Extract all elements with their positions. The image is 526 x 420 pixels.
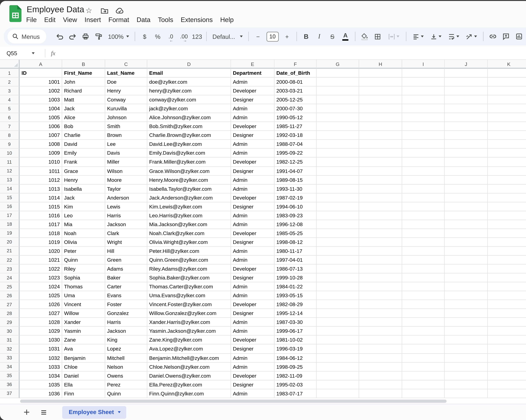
cell-C12[interactable]: Wilson [105, 167, 147, 176]
cell-K1[interactable] [488, 69, 526, 78]
cell-K31[interactable] [488, 336, 526, 345]
redo-button[interactable] [66, 30, 79, 43]
cell-D16[interactable]: Kim.Lewis@zylker.com [147, 202, 231, 211]
cell-J14[interactable] [445, 184, 488, 193]
cell-C21[interactable]: Hill [105, 247, 147, 256]
cell-J5[interactable] [445, 104, 488, 113]
cell-E29[interactable]: Admin [231, 318, 274, 327]
cell-J33[interactable] [445, 353, 488, 362]
row-header-23[interactable]: 23 [0, 264, 20, 273]
row-header-1[interactable]: 1 [0, 69, 20, 78]
cell-J7[interactable] [445, 122, 488, 131]
cell-E1[interactable]: Department [231, 69, 274, 78]
cell-F36[interactable]: 1995-02-03 [274, 380, 316, 389]
cell-I10[interactable] [402, 149, 445, 158]
zoom-control[interactable]: 100% [105, 33, 132, 40]
cell-I4[interactable] [402, 95, 445, 104]
cell-G34[interactable] [316, 362, 359, 371]
cell-F27[interactable]: 1982-08-29 [274, 300, 316, 309]
menu-file[interactable]: File [22, 15, 40, 25]
add-sheet-button[interactable] [20, 406, 33, 419]
cell-A27[interactable]: 1026 [20, 300, 62, 309]
cell-B3[interactable]: Richard [62, 87, 105, 96]
cell-I6[interactable] [402, 113, 445, 122]
cell-F22[interactable]: 1997-04-01 [274, 255, 316, 264]
cell-B8[interactable]: Charlie [62, 131, 105, 140]
cell-I30[interactable] [402, 327, 445, 336]
column-header-F[interactable]: F [274, 60, 316, 69]
cell-B10[interactable]: Emily [62, 149, 105, 158]
column-header-C[interactable]: C [105, 60, 147, 69]
cell-F19[interactable]: 1985-05-25 [274, 229, 316, 238]
cell-E23[interactable]: Developer [231, 264, 274, 273]
cell-H31[interactable] [359, 336, 402, 345]
cell-H30[interactable] [359, 327, 402, 336]
cell-G14[interactable] [316, 184, 359, 193]
cell-A1[interactable]: ID [20, 69, 62, 78]
cell-J18[interactable] [445, 220, 488, 229]
row-header-14[interactable]: 14 [0, 184, 20, 193]
cell-K11[interactable] [488, 158, 526, 167]
cell-E36[interactable]: Designer [231, 380, 274, 389]
cell-D26[interactable]: Uma.Evans@zylker.com [147, 291, 231, 300]
cell-C16[interactable]: Lewis [105, 202, 147, 211]
cell-J15[interactable] [445, 193, 488, 202]
cell-I24[interactable] [402, 273, 445, 282]
cell-A15[interactable]: 1014 [20, 193, 62, 202]
cell-B12[interactable]: Grace [62, 167, 105, 176]
cell-I31[interactable] [402, 336, 445, 345]
cell-F29[interactable]: 1987-03-30 [274, 318, 316, 327]
cell-C37[interactable]: Quinn [105, 389, 147, 398]
cell-A10[interactable]: 1009 [20, 149, 62, 158]
cell-J26[interactable] [445, 291, 488, 300]
cell-A9[interactable]: 1008 [20, 140, 62, 149]
cell-G11[interactable] [316, 158, 359, 167]
cell-G31[interactable] [316, 336, 359, 345]
cell-E9[interactable]: Admin [231, 140, 274, 149]
text-wrap-button[interactable] [445, 30, 462, 43]
row-header-25[interactable]: 25 [0, 282, 20, 291]
cell-H12[interactable] [359, 167, 402, 176]
cell-E8[interactable]: Designer [231, 131, 274, 140]
cell-B37[interactable]: Finn [62, 389, 105, 398]
format-currency-button[interactable]: $ [138, 30, 151, 43]
cell-K7[interactable] [488, 122, 526, 131]
cell-A14[interactable]: 1013 [20, 184, 62, 193]
row-header-21[interactable]: 21 [0, 247, 20, 256]
row-header-31[interactable]: 31 [0, 336, 20, 345]
cell-K18[interactable] [488, 220, 526, 229]
row-header-36[interactable]: 36 [0, 380, 20, 389]
cell-I8[interactable] [402, 131, 445, 140]
cell-E16[interactable]: Designer [231, 202, 274, 211]
cell-K6[interactable] [488, 113, 526, 122]
cell-D29[interactable]: Xander.Harris@zylker.com [147, 318, 231, 327]
document-title[interactable]: Employee Data [27, 5, 84, 14]
cell-K14[interactable] [488, 184, 526, 193]
cell-B26[interactable]: Uma [62, 291, 105, 300]
cell-H7[interactable] [359, 122, 402, 131]
cell-K16[interactable] [488, 202, 526, 211]
cell-G23[interactable] [316, 264, 359, 273]
cell-H8[interactable] [359, 131, 402, 140]
cell-B6[interactable]: Alice [62, 113, 105, 122]
horizontal-scrollbar[interactable] [0, 398, 526, 404]
row-header-12[interactable]: 12 [0, 167, 20, 176]
cell-A37[interactable]: 1036 [20, 389, 62, 398]
cell-K4[interactable] [488, 95, 526, 104]
cell-C13[interactable]: Moore [105, 176, 147, 184]
cell-E28[interactable]: Designer [231, 309, 274, 318]
cell-F16[interactable]: 1994-06-10 [274, 202, 316, 211]
cell-I25[interactable] [402, 282, 445, 291]
cell-A6[interactable]: 1005 [20, 113, 62, 122]
cell-C28[interactable]: Gonzalez [105, 309, 147, 318]
cell-C7[interactable]: Smith [105, 122, 147, 131]
cell-J28[interactable] [445, 309, 488, 318]
cell-B17[interactable]: Leo [62, 211, 105, 220]
cell-K27[interactable] [488, 300, 526, 309]
column-header-J[interactable]: J [445, 60, 488, 69]
cell-B15[interactable]: Jack [62, 193, 105, 202]
cell-J3[interactable] [445, 87, 488, 96]
cell-F13[interactable]: 1989-08-15 [274, 176, 316, 184]
italic-button[interactable]: I [313, 30, 326, 43]
all-sheets-button[interactable] [37, 406, 50, 419]
